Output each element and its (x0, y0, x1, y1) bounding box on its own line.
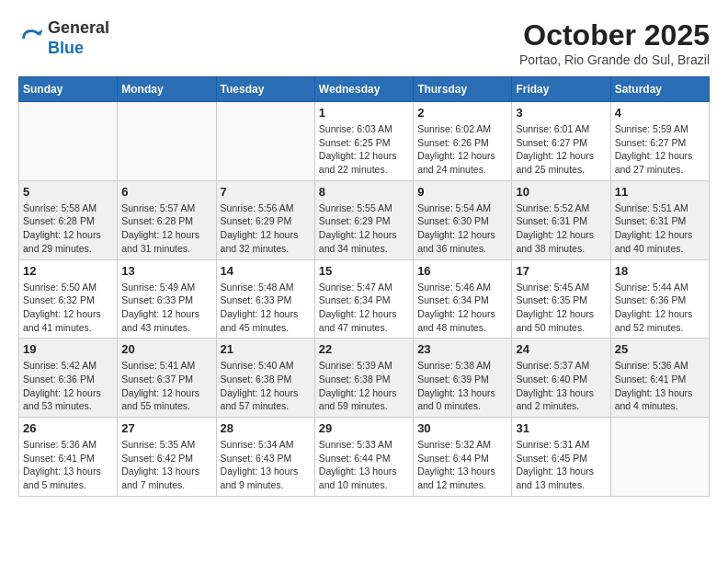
day-info: Sunrise: 5:44 AM Sunset: 6:36 PM Dayligh… (615, 281, 705, 335)
day-info: Sunrise: 5:33 AM Sunset: 6:44 PM Dayligh… (319, 438, 409, 492)
calendar-cell: 31Sunrise: 5:31 AM Sunset: 6:45 PM Dayli… (512, 418, 610, 497)
day-number: 13 (121, 264, 211, 278)
day-number: 26 (23, 421, 113, 435)
day-info: Sunrise: 5:54 AM Sunset: 6:30 PM Dayligh… (417, 201, 507, 256)
day-info: Sunrise: 5:59 AM Sunset: 6:27 PM Dayligh… (615, 122, 705, 177)
calendar-cell: 30Sunrise: 5:32 AM Sunset: 6:44 PM Dayli… (414, 418, 512, 497)
day-number: 23 (417, 342, 507, 356)
calendar-table: SundayMondayTuesdayWednesdayThursdayFrid… (18, 76, 710, 497)
day-number: 25 (615, 342, 705, 356)
day-number: 11 (615, 185, 705, 199)
calendar-week-row: 26Sunrise: 5:36 AM Sunset: 6:41 PM Dayli… (19, 418, 710, 497)
title-section: October 2025 Portao, Rio Grande do Sul, … (519, 18, 710, 67)
column-header-thursday: Thursday (414, 77, 512, 102)
day-info: Sunrise: 5:47 AM Sunset: 6:34 PM Dayligh… (319, 281, 409, 335)
calendar-cell: 24Sunrise: 5:37 AM Sunset: 6:40 PM Dayli… (512, 339, 610, 418)
calendar-cell: 11Sunrise: 5:51 AM Sunset: 6:31 PM Dayli… (610, 180, 709, 259)
calendar-cell: 14Sunrise: 5:48 AM Sunset: 6:33 PM Dayli… (216, 259, 314, 339)
calendar-cell (118, 102, 216, 181)
column-header-wednesday: Wednesday (314, 77, 413, 102)
month-title: October 2025 (519, 18, 710, 52)
calendar-cell (19, 102, 118, 181)
day-number: 21 (221, 342, 311, 356)
calendar-cell: 26Sunrise: 5:36 AM Sunset: 6:41 PM Dayli… (19, 418, 118, 497)
column-header-saturday: Saturday (610, 77, 709, 102)
calendar-cell: 8Sunrise: 5:55 AM Sunset: 6:29 PM Daylig… (314, 180, 413, 259)
day-number: 4 (615, 106, 705, 120)
calendar-cell: 1Sunrise: 6:03 AM Sunset: 6:25 PM Daylig… (314, 102, 413, 181)
day-number: 18 (615, 264, 705, 278)
logo-icon (18, 26, 44, 52)
calendar-cell: 25Sunrise: 5:36 AM Sunset: 6:41 PM Dayli… (610, 339, 709, 418)
day-number: 17 (516, 264, 606, 278)
calendar-cell: 27Sunrise: 5:35 AM Sunset: 6:42 PM Dayli… (118, 418, 216, 497)
day-info: Sunrise: 5:35 AM Sunset: 6:42 PM Dayligh… (121, 438, 211, 492)
day-number: 27 (121, 421, 211, 435)
day-info: Sunrise: 5:36 AM Sunset: 6:41 PM Dayligh… (615, 359, 705, 413)
day-info: Sunrise: 5:57 AM Sunset: 6:28 PM Dayligh… (121, 201, 211, 256)
calendar-cell: 16Sunrise: 5:46 AM Sunset: 6:34 PM Dayli… (414, 259, 512, 339)
day-number: 22 (319, 342, 409, 356)
day-info: Sunrise: 5:56 AM Sunset: 6:29 PM Dayligh… (221, 201, 311, 256)
calendar-header-row: SundayMondayTuesdayWednesdayThursdayFrid… (19, 77, 710, 102)
calendar-cell: 7Sunrise: 5:56 AM Sunset: 6:29 PM Daylig… (216, 180, 314, 259)
day-number: 9 (417, 185, 507, 199)
calendar-week-row: 1Sunrise: 6:03 AM Sunset: 6:25 PM Daylig… (19, 102, 710, 181)
day-number: 29 (319, 421, 409, 435)
day-info: Sunrise: 5:38 AM Sunset: 6:39 PM Dayligh… (417, 359, 507, 413)
location: Portao, Rio Grande do Sul, Brazil (519, 52, 710, 67)
calendar-cell: 15Sunrise: 5:47 AM Sunset: 6:34 PM Dayli… (314, 259, 413, 339)
calendar-cell: 17Sunrise: 5:45 AM Sunset: 6:35 PM Dayli… (512, 259, 610, 339)
calendar-cell: 4Sunrise: 5:59 AM Sunset: 6:27 PM Daylig… (610, 102, 709, 181)
calendar-cell: 18Sunrise: 5:44 AM Sunset: 6:36 PM Dayli… (610, 259, 709, 339)
day-info: Sunrise: 5:32 AM Sunset: 6:44 PM Dayligh… (417, 438, 507, 492)
day-number: 5 (23, 185, 113, 199)
calendar-cell: 2Sunrise: 6:02 AM Sunset: 6:26 PM Daylig… (414, 102, 512, 181)
day-info: Sunrise: 5:39 AM Sunset: 6:38 PM Dayligh… (319, 359, 409, 413)
day-info: Sunrise: 5:48 AM Sunset: 6:33 PM Dayligh… (221, 281, 311, 335)
calendar-cell: 10Sunrise: 5:52 AM Sunset: 6:31 PM Dayli… (512, 180, 610, 259)
calendar-cell: 20Sunrise: 5:41 AM Sunset: 6:37 PM Dayli… (118, 339, 216, 418)
day-number: 14 (221, 264, 311, 278)
day-number: 12 (23, 264, 113, 278)
day-number: 15 (319, 264, 409, 278)
calendar-cell: 22Sunrise: 5:39 AM Sunset: 6:38 PM Dayli… (314, 339, 413, 418)
day-info: Sunrise: 5:40 AM Sunset: 6:38 PM Dayligh… (221, 359, 311, 413)
day-number: 30 (417, 421, 507, 435)
calendar-cell: 6Sunrise: 5:57 AM Sunset: 6:28 PM Daylig… (118, 180, 216, 259)
calendar-cell: 12Sunrise: 5:50 AM Sunset: 6:32 PM Dayli… (19, 259, 118, 339)
day-number: 2 (417, 106, 507, 120)
day-info: Sunrise: 5:45 AM Sunset: 6:35 PM Dayligh… (516, 281, 606, 335)
page-header: General Blue October 2025 Portao, Rio Gr… (18, 18, 710, 67)
calendar-cell: 3Sunrise: 6:01 AM Sunset: 6:27 PM Daylig… (512, 102, 610, 181)
day-info: Sunrise: 5:51 AM Sunset: 6:31 PM Dayligh… (615, 201, 705, 256)
logo-line2: Blue (48, 39, 109, 59)
day-info: Sunrise: 5:50 AM Sunset: 6:32 PM Dayligh… (23, 281, 113, 335)
day-info: Sunrise: 5:49 AM Sunset: 6:33 PM Dayligh… (121, 281, 211, 335)
day-number: 28 (221, 421, 311, 435)
calendar-cell: 13Sunrise: 5:49 AM Sunset: 6:33 PM Dayli… (118, 259, 216, 339)
day-info: Sunrise: 5:34 AM Sunset: 6:43 PM Dayligh… (221, 438, 311, 492)
logo-line1: General (48, 18, 109, 39)
day-number: 20 (121, 342, 211, 356)
calendar-cell: 21Sunrise: 5:40 AM Sunset: 6:38 PM Dayli… (216, 339, 314, 418)
calendar-week-row: 5Sunrise: 5:58 AM Sunset: 6:28 PM Daylig… (19, 180, 710, 259)
calendar-cell: 29Sunrise: 5:33 AM Sunset: 6:44 PM Dayli… (314, 418, 413, 497)
day-info: Sunrise: 5:58 AM Sunset: 6:28 PM Dayligh… (23, 201, 113, 256)
column-header-tuesday: Tuesday (216, 77, 314, 102)
day-number: 16 (417, 264, 507, 278)
column-header-friday: Friday (512, 77, 610, 102)
day-info: Sunrise: 6:02 AM Sunset: 6:26 PM Dayligh… (417, 122, 507, 177)
calendar-cell (216, 102, 314, 181)
day-info: Sunrise: 5:55 AM Sunset: 6:29 PM Dayligh… (319, 201, 409, 256)
day-number: 24 (516, 342, 606, 356)
calendar-week-row: 19Sunrise: 5:42 AM Sunset: 6:36 PM Dayli… (19, 339, 710, 418)
day-number: 8 (319, 185, 409, 199)
calendar-cell: 23Sunrise: 5:38 AM Sunset: 6:39 PM Dayli… (414, 339, 512, 418)
calendar-cell (610, 418, 709, 497)
column-header-sunday: Sunday (19, 77, 118, 102)
day-number: 3 (516, 106, 606, 120)
calendar-cell: 9Sunrise: 5:54 AM Sunset: 6:30 PM Daylig… (414, 180, 512, 259)
day-info: Sunrise: 5:37 AM Sunset: 6:40 PM Dayligh… (516, 359, 606, 413)
calendar-week-row: 12Sunrise: 5:50 AM Sunset: 6:32 PM Dayli… (19, 259, 710, 339)
